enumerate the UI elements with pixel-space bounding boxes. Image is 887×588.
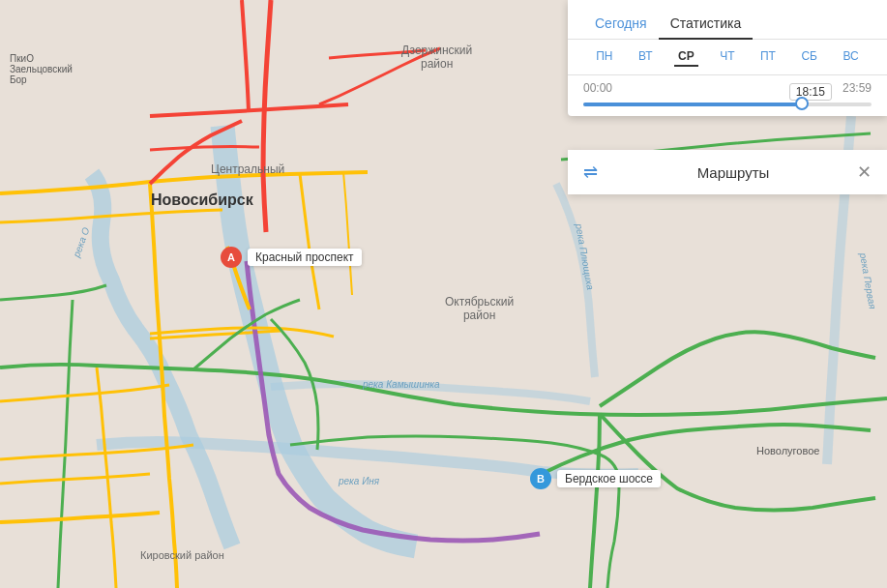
tabs-row: Сегодня Статистика bbox=[568, 0, 887, 40]
tab-today[interactable]: Сегодня bbox=[583, 8, 659, 39]
day-tue[interactable]: ВТ bbox=[635, 47, 657, 67]
marker-b: B Бердское шоссе bbox=[530, 468, 661, 489]
routes-label: Маршруты bbox=[609, 164, 857, 181]
day-sat[interactable]: СБ bbox=[797, 47, 821, 67]
time-row: 00:00 23:59 bbox=[568, 75, 887, 97]
day-thu[interactable]: ЧТ bbox=[716, 47, 738, 67]
stats-panel: Сегодня Статистика ПН ВТ СР ЧТ ПТ СБ ВС … bbox=[568, 0, 887, 116]
slider-row: 18:15 bbox=[568, 97, 887, 116]
slider-time-label: 18:15 bbox=[789, 83, 832, 101]
slider-track[interactable] bbox=[583, 103, 872, 106]
routes-panel: ⇌ Маршруты ✕ bbox=[568, 150, 887, 194]
routes-icon: ⇌ bbox=[583, 162, 598, 183]
marker-a-circle: A bbox=[221, 247, 242, 268]
day-sun[interactable]: ВС bbox=[839, 47, 862, 67]
map-container: Дзержинскийрайон ПкиОЗаельцовскийБор Цен… bbox=[0, 0, 887, 588]
slider-fill bbox=[583, 103, 802, 106]
marker-a: A Красный проспект bbox=[221, 247, 362, 268]
day-mon[interactable]: ПН bbox=[592, 47, 616, 67]
time-end: 23:59 bbox=[843, 81, 872, 95]
marker-b-label: Бердское шоссе bbox=[557, 470, 661, 487]
day-fri[interactable]: ПТ bbox=[756, 47, 780, 67]
time-start: 00:00 bbox=[583, 81, 612, 95]
days-row: ПН ВТ СР ЧТ ПТ СБ ВС bbox=[568, 40, 887, 75]
tab-statistics[interactable]: Статистика bbox=[659, 8, 754, 39]
routes-close-button[interactable]: ✕ bbox=[857, 162, 872, 183]
slider-thumb[interactable] bbox=[795, 97, 809, 110]
day-wed[interactable]: СР bbox=[674, 47, 698, 67]
marker-b-circle: B bbox=[530, 468, 551, 489]
marker-a-label: Красный проспект bbox=[248, 249, 362, 266]
